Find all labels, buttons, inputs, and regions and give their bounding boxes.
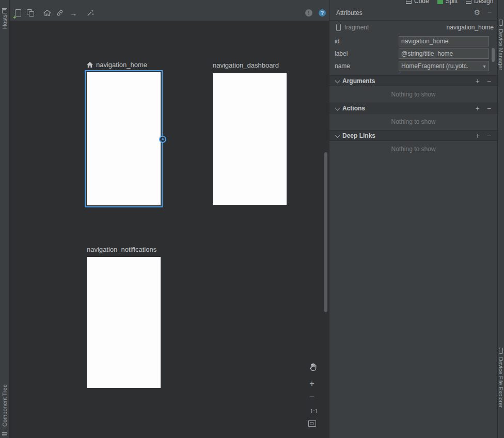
label-input[interactable] bbox=[399, 48, 489, 59]
fragment-label-navigation-notifications[interactable]: navigation_notifications bbox=[87, 246, 156, 253]
label-field-label: label bbox=[335, 50, 348, 57]
panel-scrollbar[interactable] bbox=[492, 48, 495, 62]
component-tree-icon[interactable] bbox=[2, 432, 7, 436]
help-button[interactable]: ? bbox=[318, 8, 327, 18]
link-icon bbox=[56, 9, 64, 17]
design-toolbar: + → ! ? bbox=[10, 0, 329, 21]
field-row-label: label bbox=[329, 48, 497, 60]
fragment-preview-navigation-home[interactable] bbox=[85, 70, 163, 207]
zoom-ratio-label[interactable]: 1:1 bbox=[306, 408, 322, 414]
actions-empty-text: Nothing to show bbox=[329, 118, 497, 125]
start-destination-home-icon bbox=[86, 61, 93, 68]
chevron-down-icon bbox=[335, 78, 340, 84]
tab-design[interactable]: Design bbox=[466, 0, 493, 5]
add-action-button[interactable]: → bbox=[69, 8, 78, 18]
navigation-graph-canvas[interactable]: navigation_home navigation_dashboard nav… bbox=[10, 21, 329, 438]
help-icon: ? bbox=[319, 9, 326, 17]
add-deep-link-icon[interactable]: + bbox=[476, 132, 480, 140]
fragment-label-navigation-dashboard[interactable]: navigation_dashboard bbox=[213, 61, 279, 69]
home-icon bbox=[43, 9, 51, 17]
toolwindow-device-manager[interactable]: Device Manager bbox=[498, 29, 504, 70]
fragment-label-navigation-home[interactable]: navigation_home bbox=[86, 61, 147, 69]
start-destination-button[interactable] bbox=[42, 8, 52, 18]
section-arguments[interactable]: Arguments + − bbox=[329, 75, 497, 86]
fragment-icon bbox=[336, 24, 341, 31]
section-title: Deep Links bbox=[342, 132, 375, 139]
id-field-label: id bbox=[335, 38, 339, 45]
remove-argument-icon[interactable]: − bbox=[487, 77, 491, 85]
chevron-down-icon bbox=[335, 133, 340, 138]
auto-arrange-button[interactable] bbox=[86, 8, 95, 18]
fragment-preview-navigation-notifications[interactable] bbox=[87, 257, 161, 388]
fragment-label-text: navigation_dashboard bbox=[213, 61, 279, 69]
zoom-to-fit-icon[interactable] bbox=[308, 420, 316, 427]
pan-hand-icon bbox=[308, 363, 318, 372]
device-file-explorer-icon[interactable] bbox=[499, 348, 503, 354]
dropdown-arrow-icon: ▾ bbox=[480, 63, 489, 69]
error-icon: ! bbox=[305, 9, 312, 17]
nested-graph-icon bbox=[27, 9, 34, 17]
canvas-vertical-scrollbar[interactable] bbox=[324, 152, 327, 312]
deep-links-empty-text: Nothing to show bbox=[329, 145, 497, 153]
link-destinations-button[interactable] bbox=[55, 8, 65, 18]
auto-arrange-icon bbox=[86, 9, 94, 17]
remove-deep-link-icon[interactable]: − bbox=[487, 132, 491, 140]
tab-design-label: Design bbox=[474, 0, 493, 5]
fragment-label-text: navigation_notifications bbox=[87, 246, 156, 253]
new-destination-icon: + bbox=[15, 9, 21, 17]
remove-action-icon[interactable]: − bbox=[487, 104, 491, 112]
field-row-name: name HomeFragment (ru.yotc. ▾ bbox=[329, 61, 497, 72]
component-type-label: fragment bbox=[344, 24, 369, 31]
section-actions[interactable]: Actions + − bbox=[329, 103, 497, 113]
id-input[interactable] bbox=[399, 36, 489, 46]
section-title: Actions bbox=[342, 105, 365, 112]
editor-mode-tabs: Code Split Design bbox=[406, 0, 493, 7]
action-connection-handle[interactable] bbox=[159, 136, 166, 143]
new-nested-graph-button[interactable] bbox=[26, 8, 35, 18]
device-manager-icon[interactable] bbox=[499, 20, 503, 26]
name-field-label: name bbox=[335, 62, 350, 70]
attributes-panel: Attributes ⚙ − fragment navigation_home … bbox=[329, 0, 497, 438]
fragment-preview-surface bbox=[87, 72, 161, 205]
new-destination-button[interactable]: + bbox=[13, 8, 23, 18]
section-title: Arguments bbox=[342, 77, 375, 85]
chevron-down-icon bbox=[335, 106, 340, 111]
issues-button[interactable]: ! bbox=[304, 8, 313, 18]
action-arrow-icon: → bbox=[70, 9, 77, 18]
selected-component-row: fragment navigation_home bbox=[336, 23, 494, 32]
hosts-window-icon[interactable] bbox=[2, 8, 7, 13]
tab-split[interactable]: Split bbox=[437, 0, 458, 5]
section-deep-links[interactable]: Deep Links + − bbox=[329, 130, 497, 141]
component-id-label: navigation_home bbox=[447, 24, 494, 31]
tab-code[interactable]: Code bbox=[406, 0, 429, 5]
toolwindow-component-tree[interactable]: Component Tree bbox=[1, 384, 9, 427]
zoom-in-button[interactable]: + bbox=[309, 380, 314, 387]
arguments-empty-text: Nothing to show bbox=[329, 91, 497, 98]
tab-code-label: Code bbox=[414, 0, 429, 5]
attributes-panel-title: Attributes bbox=[336, 9, 363, 17]
design-view-icon bbox=[466, 0, 471, 4]
add-action-icon[interactable]: + bbox=[476, 104, 480, 112]
add-argument-icon[interactable]: + bbox=[476, 77, 480, 85]
tab-split-label: Split bbox=[446, 0, 458, 5]
left-tool-stripe: Hosts Component Tree bbox=[0, 0, 10, 438]
name-dropdown[interactable]: HomeFragment (ru.yotc. ▾ bbox=[399, 61, 489, 71]
gear-icon[interactable]: ⚙ bbox=[474, 9, 480, 16]
fragment-label-text: navigation_home bbox=[96, 61, 147, 69]
zoom-out-button[interactable]: − bbox=[309, 394, 314, 401]
toolwindow-hosts[interactable]: Hosts bbox=[1, 14, 9, 29]
code-view-icon bbox=[406, 0, 412, 4]
field-row-id: id bbox=[329, 36, 497, 47]
name-dropdown-value: HomeFragment (ru.yotc. bbox=[399, 62, 480, 70]
right-tool-stripe: Device Manager Device File Explorer bbox=[497, 0, 504, 438]
split-view-icon bbox=[437, 0, 443, 4]
pan-tool-button[interactable] bbox=[308, 363, 318, 372]
navigation-editor-window: Code Split Design + → ! bbox=[0, 0, 504, 438]
hide-panel-icon[interactable]: − bbox=[487, 8, 492, 16]
fragment-preview-navigation-dashboard[interactable] bbox=[213, 73, 287, 205]
toolwindow-device-file-explorer[interactable]: Device File Explorer bbox=[498, 357, 504, 408]
